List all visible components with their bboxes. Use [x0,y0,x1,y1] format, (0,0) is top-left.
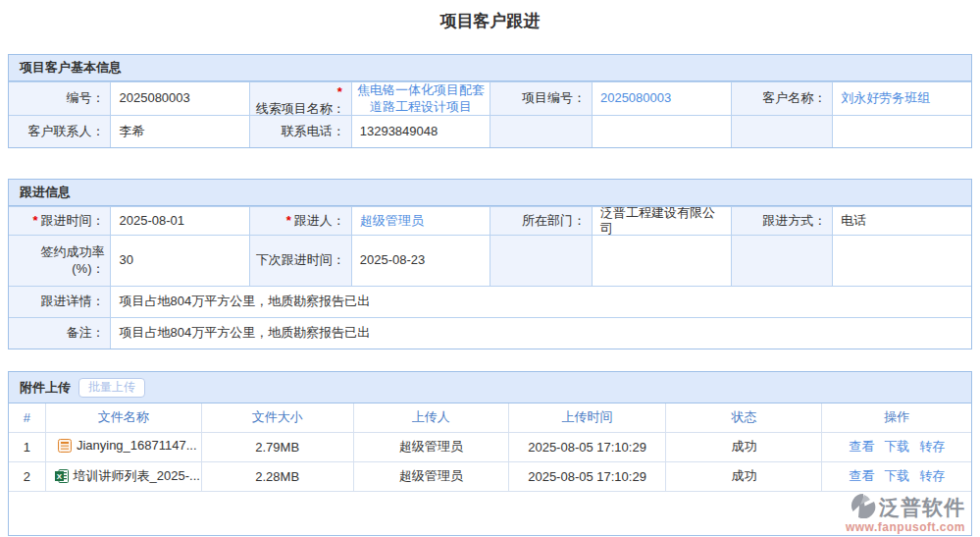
col-header-upload-time: 上传时间 [508,403,666,432]
project-number-link[interactable]: 2025080003 [592,82,731,115]
follow-info-row-1: * 跟进时间： 2025-08-01 * 跟进人： 超级管理员 所在部门： 泛普… [9,206,971,235]
empty-value-cell [592,236,731,286]
col-header-actions: 操作 [822,403,971,432]
follower-label-text: 跟进人： [294,213,345,230]
lead-project-label-text: 线索项目名称： [256,101,345,115]
fanpu-logo-icon [851,493,876,520]
file-size: 2.28MB [201,461,353,491]
follower-label: * 跟进人： [249,207,350,235]
required-asterisk: * [337,84,342,101]
brand-url: www.fanpusoft.com [846,521,965,533]
col-header-uploader: 上传人 [353,403,508,432]
required-asterisk: * [286,213,291,230]
customer-name-link[interactable]: 刘永好劳务班组 [832,82,960,115]
col-header-status: 状态 [666,403,822,432]
follower-link[interactable]: 超级管理员 [351,207,490,235]
file-name-cell: Jianying_16871147... [45,432,201,461]
col-header-file-size: 文件大小 [201,403,353,432]
empty-value-cell [592,116,731,147]
upload-time: 2025-08-05 17:10:29 [508,432,666,461]
department-value: 泛普工程建设有限公司 [592,207,731,235]
actions-cell: 查看下载转存 [822,461,971,491]
download-link[interactable]: 下载 [884,468,909,483]
remark-value: 项目占地804万平方公里，地质勘察报告已出 [110,318,971,349]
basic-info-panel: 项目客户基本信息 编号： 2025080003 * 线索项目名称： 焦电铬一体化… [8,54,972,148]
attachments-header-title: 附件上传 [20,379,71,397]
svg-text:X: X [56,472,62,481]
follow-time-value: 2025-08-01 [110,207,249,235]
empty-value-cell [832,236,960,286]
col-header-index: # [9,403,45,432]
empty-label-cell [490,116,591,147]
remark-label: 备注： [9,318,110,349]
table-row: 1 Jianying_16871147... 2.79MB 超级管理员 2025… [9,432,971,461]
follow-time-label: * 跟进时间： [9,207,110,235]
contact-label: 客户联系人： [9,116,110,147]
department-label: 所在部门： [490,207,591,235]
follow-info-row-2: 签约成功率(%)： 30 下次跟进时间： 2025-08-23 [9,235,971,286]
col-header-file-name: 文件名称 [45,403,201,432]
basic-info-row-2: 客户联系人： 李希 联系电话： 13293849048 [9,115,971,147]
basic-info-row-1: 编号： 2025080003 * 线索项目名称： 焦电铬一体化项目配套道路工程设… [9,81,971,115]
contact-value: 李希 [110,116,249,147]
file-name: 培训讲师列表_2025-... [74,468,200,483]
follow-info-row-3: 跟进详情： 项目占地804万平方公里，地质勘察报告已出 [9,286,971,317]
customer-name-label: 客户名称： [731,82,832,115]
next-follow-time-value: 2025-08-23 [351,236,490,286]
view-link[interactable]: 查看 [849,439,874,454]
row-index: 1 [9,432,45,461]
basic-info-header: 项目客户基本信息 [9,55,971,81]
next-follow-time-label: 下次跟进时间： [249,236,350,286]
transfer-link[interactable]: 转存 [919,468,945,483]
table-row: 2 X 培训讲师列表_2025-... 2.28MB 超级管理员 2025-08… [9,461,971,491]
status-badge: 成功 [666,461,822,491]
row-index: 2 [9,461,45,491]
uploader: 超级管理员 [353,432,508,461]
follow-info-panel: 跟进信息 * 跟进时间： 2025-08-01 * 跟进人： 超级管理员 所在部… [8,179,972,349]
phone-value: 13293849048 [351,116,490,147]
detail-label: 跟进详情： [9,287,110,317]
file-size: 2.79MB [201,432,353,461]
batch-upload-button[interactable]: 批量上传 [78,378,145,398]
detail-value: 项目占地804万平方公里，地质勘察报告已出 [110,287,971,317]
doc-file-icon [58,439,72,456]
excel-file-icon: X [55,469,69,486]
follow-method-label: 跟进方式： [731,207,832,235]
lead-project-label: * 线索项目名称： [249,82,350,115]
follow-time-label-text: 跟进时间： [40,213,104,230]
transfer-link[interactable]: 转存 [919,439,945,454]
follow-method-value: 电话 [832,207,960,235]
attachments-panel: 附件上传 批量上传 # 文件名称 文件大小 上传人 上传时间 状态 操作 1 [8,371,972,536]
number-value: 2025080003 [110,82,249,115]
actions-cell: 查看下载转存 [822,432,971,461]
empty-label-cell [731,116,832,147]
empty-value-cell [832,116,960,147]
uploader: 超级管理员 [353,461,508,491]
lead-project-link[interactable]: 焦电铬一体化项目配套道路工程设计项目 [351,82,490,115]
view-link[interactable]: 查看 [849,468,874,483]
project-number-label: 项目编号： [490,82,591,115]
success-rate-value: 30 [110,236,249,286]
empty-label-cell [490,236,591,286]
follow-info-header: 跟进信息 [9,180,971,206]
number-label: 编号： [9,82,110,115]
download-link[interactable]: 下载 [884,439,909,454]
attachments-table: # 文件名称 文件大小 上传人 上传时间 状态 操作 1 Jianying_16… [9,403,971,492]
phone-label: 联系电话： [249,116,350,147]
brand-name: 泛普软件 [879,497,965,517]
follow-info-row-4: 备注： 项目占地804万平方公里，地质勘察报告已出 [9,317,971,349]
required-asterisk: * [32,213,37,230]
attachments-table-header-row: # 文件名称 文件大小 上传人 上传时间 状态 操作 [9,403,971,432]
success-rate-label: 签约成功率(%)： [9,236,110,286]
file-name-cell: X 培训讲师列表_2025-... [45,461,201,491]
empty-label-cell [731,236,832,286]
page-title: 项目客户跟进 [0,10,980,30]
upload-time: 2025-08-05 17:10:29 [508,461,666,491]
vendor-watermark: 泛普软件 www.fanpusoft.com [846,493,965,533]
status-badge: 成功 [666,432,822,461]
file-name: Jianying_16871147... [77,438,197,453]
attachments-header: 附件上传 批量上传 [9,372,971,403]
